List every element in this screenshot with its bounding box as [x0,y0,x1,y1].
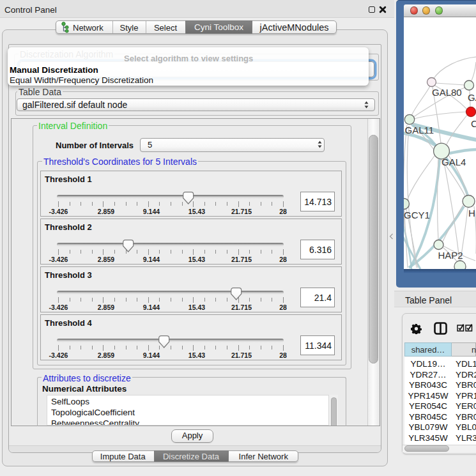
svg-text:GAL80: GAL80 [432,87,462,98]
svg-text:H: H [468,208,475,219]
svg-text:GAL1: GAL1 [468,92,476,103]
svg-text:GAL4: GAL4 [441,157,466,167]
svg-text:HAP2: HAP2 [438,250,463,261]
svg-text:GCY1: GCY1 [404,210,430,220]
svg-text:C: C [471,118,476,129]
svg-text:GAL11: GAL11 [405,125,434,135]
